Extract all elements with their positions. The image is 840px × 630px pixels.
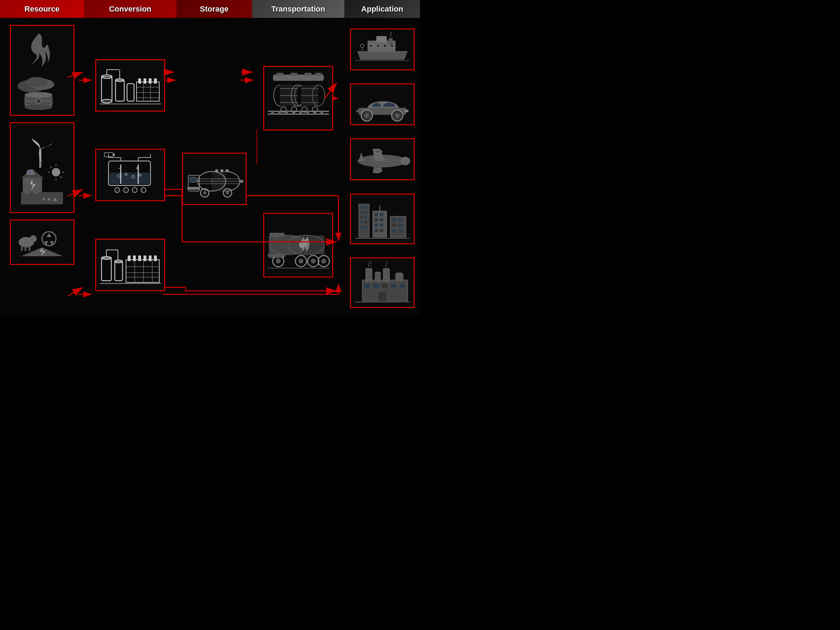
svg-line-27 — [51, 167, 52, 168]
page-wrapper: Resource Conversion Storage Transportati… — [0, 0, 420, 315]
svg-rect-229 — [383, 268, 390, 281]
svg-rect-143 — [278, 111, 281, 115]
svg-rect-221 — [392, 224, 396, 227]
svg-rect-214 — [380, 223, 383, 227]
svg-point-175 — [383, 44, 387, 47]
svg-rect-199 — [364, 206, 367, 209]
svg-rect-49 — [127, 84, 134, 101]
svg-rect-145 — [292, 111, 295, 115]
box-ship — [350, 28, 415, 70]
svg-point-238 — [395, 273, 403, 275]
svg-rect-219 — [392, 218, 396, 221]
svg-rect-228 — [375, 272, 381, 281]
svg-rect-201 — [364, 211, 367, 214]
svg-point-14 — [25, 104, 52, 110]
box-fossil-fuels — [10, 25, 74, 116]
svg-rect-90 — [133, 256, 136, 261]
svg-rect-38 — [21, 246, 23, 251]
svg-rect-125 — [291, 73, 297, 76]
svg-rect-227 — [366, 268, 372, 281]
box-factory — [350, 257, 415, 308]
svg-point-37 — [30, 235, 37, 242]
svg-point-166 — [311, 259, 316, 264]
svg-rect-146 — [299, 111, 302, 115]
svg-rect-223 — [392, 229, 396, 233]
svg-point-178 — [360, 44, 364, 47]
svg-point-192 — [374, 150, 382, 153]
svg-rect-185 — [404, 109, 409, 112]
svg-point-164 — [298, 259, 303, 264]
svg-rect-202 — [360, 216, 363, 219]
header-storage: Storage — [177, 0, 252, 18]
svg-point-162 — [276, 259, 281, 264]
col-application — [344, 18, 420, 315]
svg-rect-200 — [360, 211, 363, 214]
svg-point-17 — [36, 99, 41, 104]
svg-rect-206 — [360, 226, 363, 229]
svg-point-195 — [390, 159, 392, 161]
svg-rect-198 — [360, 206, 363, 209]
svg-rect-211 — [374, 218, 378, 221]
svg-rect-88 — [126, 260, 159, 283]
box-buildings — [350, 194, 415, 244]
svg-point-116 — [203, 191, 207, 194]
svg-rect-51 — [138, 78, 141, 84]
box-reformer — [95, 59, 165, 112]
svg-rect-120 — [190, 177, 197, 182]
svg-rect-75 — [113, 154, 115, 156]
svg-rect-212 — [380, 218, 383, 221]
main-diagram: - + + ○ - ○ — [0, 18, 420, 315]
svg-rect-39 — [25, 246, 26, 251]
svg-rect-91 — [138, 256, 141, 261]
header-transportation: Transportation — [252, 0, 344, 18]
box-h2-storage — [182, 153, 247, 205]
svg-rect-204 — [360, 221, 363, 224]
svg-rect-94 — [154, 256, 157, 261]
svg-rect-203 — [364, 216, 367, 219]
svg-point-13 — [25, 92, 52, 98]
box-airplane — [350, 138, 415, 180]
svg-point-22 — [52, 168, 60, 177]
svg-point-184 — [395, 113, 400, 118]
svg-rect-149 — [320, 111, 323, 115]
svg-rect-205 — [364, 221, 367, 224]
header-resource: Resource — [0, 0, 84, 18]
svg-rect-53 — [149, 78, 152, 84]
svg-rect-92 — [144, 256, 146, 261]
svg-rect-121 — [187, 187, 199, 190]
svg-point-182 — [364, 113, 369, 118]
svg-point-118 — [226, 191, 229, 194]
svg-rect-216 — [380, 229, 383, 232]
box-electrolyzer: - + + ○ - ○ — [95, 149, 165, 201]
col-resource — [0, 18, 84, 315]
svg-rect-93 — [149, 256, 152, 261]
svg-rect-86 — [115, 261, 123, 281]
svg-rect-177 — [388, 38, 393, 45]
svg-point-196 — [386, 159, 388, 161]
svg-rect-231 — [373, 284, 379, 288]
svg-rect-215 — [374, 229, 378, 232]
box-rail-transport — [263, 66, 333, 131]
svg-rect-124 — [276, 73, 284, 76]
svg-text:-: - — [133, 189, 134, 192]
svg-rect-32 — [33, 187, 38, 194]
svg-rect-50 — [136, 82, 159, 101]
box-car — [350, 83, 415, 125]
svg-point-193 — [374, 169, 382, 172]
svg-point-194 — [395, 159, 396, 161]
box-biomass-plant — [95, 239, 165, 291]
svg-rect-126 — [305, 73, 311, 76]
svg-rect-230 — [364, 284, 370, 288]
svg-rect-127 — [315, 73, 322, 76]
svg-rect-233 — [390, 284, 396, 288]
svg-rect-207 — [364, 226, 367, 229]
col-storage — [177, 18, 252, 315]
svg-rect-235 — [378, 292, 387, 301]
svg-marker-191 — [359, 152, 364, 161]
svg-rect-40 — [29, 246, 30, 251]
header-conversion: Conversion — [84, 0, 177, 18]
svg-point-168 — [321, 259, 326, 264]
svg-rect-148 — [313, 111, 316, 115]
svg-rect-232 — [382, 284, 388, 288]
svg-text:○: ○ — [125, 188, 127, 192]
